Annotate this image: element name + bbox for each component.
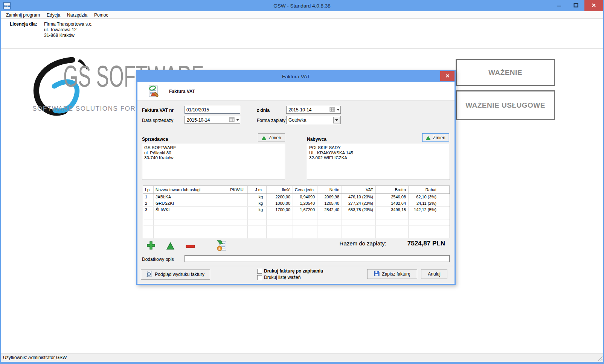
total-label: Razem do zapłaty: bbox=[340, 240, 386, 247]
cancel-button[interactable]: Anuluj bbox=[421, 269, 447, 279]
cell-netto: 2069,98 bbox=[317, 194, 342, 200]
buyer-change-button[interactable]: Zmień bbox=[422, 133, 449, 142]
resize-grip[interactable] bbox=[598, 356, 602, 361]
combobox-dropdown-button[interactable] bbox=[333, 117, 340, 123]
window-titlebar: GSW GSW - Standard 4.0.8.38 bbox=[1, 0, 603, 11]
cell-vat: 277,24 (23%) bbox=[342, 200, 376, 206]
buyer-address-box[interactable]: POLSKIE SADY UL. KRAKOWSKA 145 32-002 WI… bbox=[307, 144, 450, 180]
cell-brutto: 3496,15 bbox=[376, 207, 409, 213]
extra-description-label: Dodatkowy opis bbox=[142, 257, 174, 262]
close-icon bbox=[592, 2, 596, 9]
save-invoice-button[interactable]: Zapisz fakturę bbox=[367, 269, 417, 279]
chevron-down-icon bbox=[335, 119, 338, 121]
payment-form-value: Gotówka bbox=[287, 117, 333, 123]
col-header-cena[interactable]: Cena jedn. bbox=[293, 186, 317, 193]
edit-item-button[interactable] bbox=[166, 242, 175, 251]
extra-description-input[interactable] bbox=[185, 255, 450, 262]
cell-filler bbox=[439, 207, 450, 213]
chevron-down-icon[interactable] bbox=[336, 109, 340, 111]
payment-form-combobox[interactable]: Gotówka bbox=[286, 116, 341, 124]
print-weighing-list-checkbox[interactable]: Drukuj listę ważeń bbox=[257, 275, 300, 280]
invoice-number-label: Faktura VAT nr bbox=[142, 108, 174, 113]
total-value: 7524,87 PLN bbox=[407, 240, 445, 247]
wazenie-uslugowe-button[interactable]: WAŻENIE USŁUGOWE bbox=[456, 90, 555, 120]
col-header-nazwa[interactable]: Nazwa towaru lub usługi bbox=[154, 186, 226, 193]
close-button[interactable] bbox=[584, 0, 603, 11]
table-row[interactable]: 1 JABŁKA kg 2200,00 0,94090 2069,98 476,… bbox=[143, 194, 450, 200]
issue-date-value: 2015-10-14 bbox=[287, 107, 329, 113]
cell-nazwa: ŚLIWKI bbox=[154, 207, 226, 213]
col-header-ilosc[interactable]: Ilość bbox=[267, 186, 293, 193]
col-header-brutto[interactable]: Brutto bbox=[376, 186, 409, 193]
dialog-header-title: Faktura VAT bbox=[169, 89, 195, 94]
cell-jm: kg bbox=[248, 207, 267, 213]
cell-pkwiu bbox=[226, 207, 248, 213]
print-preview-label: Podgląd wydruku faktury bbox=[155, 272, 204, 277]
table-header-row: Lp Nazwa towaru lub usługi PKWiU J.m. Il… bbox=[143, 186, 450, 194]
app-window: GSW GSW - Standard 4.0.8.38 Zamknij prog… bbox=[0, 0, 604, 364]
invoice-document-icon bbox=[147, 85, 160, 99]
print-invoice-checkbox-label: Drukuj fakturę po zapisaniu bbox=[264, 268, 323, 274]
table-row[interactable]: 3 ŚLIWKI kg 1700,00 1,67200 2842,40 653,… bbox=[143, 207, 450, 213]
license-label: Licencja dla: bbox=[10, 21, 37, 27]
cell-nazwa: GRUSZKI bbox=[154, 200, 226, 206]
seller-change-button[interactable]: Zmień bbox=[258, 133, 285, 142]
dialog-titlebar: Faktura VAT bbox=[137, 71, 455, 82]
change-triangle-icon bbox=[426, 136, 430, 140]
wazenie-button[interactable]: WAŻENIE bbox=[456, 59, 555, 86]
col-header-pkwiu[interactable]: PKWiU bbox=[226, 186, 248, 193]
svg-text:$: $ bbox=[218, 247, 220, 251]
dialog-close-button[interactable] bbox=[440, 71, 455, 81]
dialog-close-icon bbox=[445, 73, 450, 79]
calendar-icon bbox=[229, 117, 235, 123]
import-weighings-button[interactable]: $ bbox=[217, 240, 227, 252]
cell-ilosc: 2200,00 bbox=[267, 194, 293, 200]
cell-nazwa: JABŁKA bbox=[154, 194, 226, 200]
cell-brutto: 2546,08 bbox=[376, 194, 409, 200]
invoice-items-table: Lp Nazwa towaru lub usługi PKWiU J.m. Il… bbox=[143, 186, 450, 238]
cell-netto: 2842,40 bbox=[317, 207, 342, 213]
delete-item-button[interactable] bbox=[186, 244, 195, 249]
menu-narzedzia[interactable]: Narzędzia bbox=[64, 11, 91, 18]
bottom-separator bbox=[139, 266, 453, 266]
maximize-icon bbox=[573, 2, 578, 9]
dialog-title: Faktura VAT bbox=[282, 74, 310, 79]
table-empty-row bbox=[143, 213, 450, 219]
seller-address-box[interactable]: GS SOFTWARE ul. Półłanki 80 30-740 Krakó… bbox=[142, 144, 285, 180]
table-row[interactable]: 2 GRUSZKI kg 1000,00 1,20540 1205,40 277… bbox=[143, 200, 450, 207]
cell-cena: 1,20540 bbox=[293, 200, 317, 206]
status-bar: Użytkownik: Administrator GSW bbox=[1, 353, 603, 362]
menu-pomoc[interactable]: Pomoc bbox=[91, 11, 111, 18]
dialog-header-strip: Faktura VAT bbox=[137, 82, 455, 101]
buyer-change-label: Zmień bbox=[433, 135, 445, 140]
issue-date-picker[interactable]: 2015-10-14 bbox=[286, 106, 341, 114]
cell-pkwiu bbox=[226, 194, 248, 200]
cell-ilosc: 1700,00 bbox=[267, 207, 293, 213]
print-weighing-list-checkbox-label: Drukuj listę ważeń bbox=[264, 275, 300, 280]
col-header-jm[interactable]: J.m. bbox=[248, 186, 267, 193]
cancel-label: Anuluj bbox=[428, 271, 440, 277]
sale-date-picker[interactable]: 2015-10-14 bbox=[185, 116, 240, 124]
print-preview-button[interactable]: Podgląd wydruku faktury bbox=[141, 269, 210, 280]
col-header-netto[interactable]: Netto bbox=[317, 186, 342, 193]
print-invoice-checkbox[interactable]: Drukuj fakturę po zapisaniu bbox=[257, 268, 323, 274]
col-header-vat[interactable]: VAT bbox=[342, 186, 376, 193]
checkbox-icon bbox=[257, 275, 262, 280]
maximize-button[interactable] bbox=[567, 0, 584, 11]
table-empty-row bbox=[143, 226, 450, 232]
chevron-down-icon[interactable] bbox=[235, 119, 240, 121]
cell-lp: 1 bbox=[143, 194, 154, 200]
table-empty-row bbox=[143, 219, 450, 226]
minimize-button[interactable] bbox=[551, 0, 567, 11]
invoice-number-input[interactable] bbox=[185, 106, 240, 114]
menu-edycja[interactable]: Edycja bbox=[43, 11, 64, 18]
payment-form-label: Forma zapłaty bbox=[257, 118, 285, 123]
cell-vat: 476,10 (23%) bbox=[342, 194, 376, 200]
cell-filler bbox=[439, 200, 450, 206]
cell-rabat: 24,11 (2%) bbox=[409, 200, 439, 206]
menu-zamknij-program[interactable]: Zamknij program bbox=[1, 11, 43, 18]
cell-rabat: 62,10 (3%) bbox=[409, 194, 439, 200]
col-header-rabat[interactable]: Rabat bbox=[409, 186, 439, 193]
add-item-button[interactable] bbox=[146, 241, 156, 251]
col-header-lp[interactable]: Lp bbox=[143, 186, 154, 193]
